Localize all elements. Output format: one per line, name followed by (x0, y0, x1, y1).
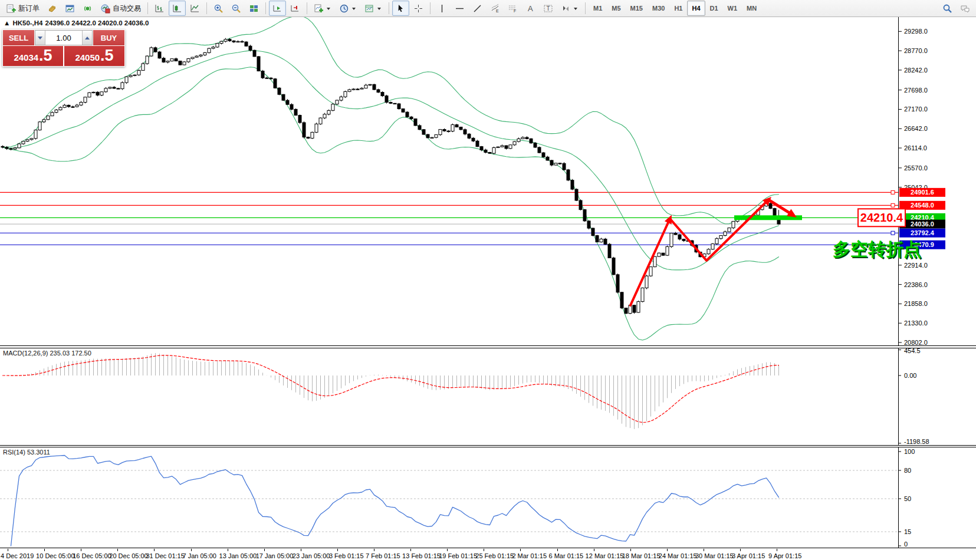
channel-tool-button[interactable]: E (487, 1, 504, 16)
cursor-tool-button[interactable] (392, 1, 409, 16)
vertical-line-icon (437, 4, 447, 14)
chart-shift-icon (290, 4, 300, 14)
autotrading-label: 自动交易 (113, 4, 141, 14)
templates-icon (364, 4, 374, 14)
one-click-trading-panel: SELL 1.00 BUY 24034.5 24050.5 (2, 29, 125, 67)
time-label: 12 Mar 01:15 (586, 552, 624, 559)
timeframe-h1-button[interactable]: H1 (669, 1, 687, 16)
macd-panel[interactable]: 454.50.00-1198.58 (0, 348, 976, 446)
svg-text:15: 15 (904, 528, 911, 535)
buy-price[interactable]: 24050.5 (64, 46, 124, 66)
autotrading-button[interactable]: 自动交易 (97, 1, 144, 16)
time-tick (630, 549, 631, 551)
zoom-out-button[interactable] (228, 1, 245, 16)
timeframe-h4-button[interactable]: H4 (687, 1, 705, 16)
timeframe-mn-button[interactable]: MN (742, 1, 761, 16)
arrows-tool-icon (561, 4, 571, 14)
periods-button[interactable] (336, 1, 360, 16)
autotrading-icon (100, 4, 110, 14)
time-tick (154, 549, 155, 551)
volume-decrease-button[interactable] (35, 31, 45, 45)
horizontal-line-icon (455, 4, 465, 14)
trendline-tool-button[interactable] (469, 1, 486, 16)
triangle-down-icon (38, 37, 42, 39)
line-chart-icon (190, 4, 200, 14)
text-label-tool-button[interactable]: T (540, 1, 557, 16)
signals-button[interactable] (79, 1, 96, 16)
time-tick (484, 549, 484, 551)
metaeditor-button[interactable] (44, 1, 61, 16)
time-label: 13 Feb 01:15 (402, 552, 441, 559)
chat-button[interactable] (957, 1, 974, 16)
sell-price[interactable]: 24034.5 (3, 46, 63, 66)
volume-input[interactable]: 1.00 (45, 31, 82, 45)
dropdown-arrow-icon (573, 4, 579, 14)
arrows-tool-button[interactable] (557, 1, 582, 16)
text-tool-button[interactable]: A (522, 1, 539, 16)
templates-button[interactable] (361, 1, 386, 16)
svg-text:454.5: 454.5 (904, 348, 921, 354)
search-button[interactable] (939, 1, 956, 16)
tile-windows-button[interactable] (245, 1, 262, 16)
main-chart-panel[interactable]: 29298.028770.028242.027698.027170.026642… (0, 17, 976, 346)
svg-text:28770.0: 28770.0 (904, 47, 928, 54)
new-order-label: 新订单 (18, 4, 40, 14)
chart-shift-button[interactable] (287, 1, 304, 16)
chart-window-button[interactable] (61, 1, 78, 16)
time-tick (8, 549, 8, 551)
time-label: 10 Dec 05:00 (36, 552, 74, 559)
channel-tool-icon: E (490, 4, 500, 14)
rsi-panel[interactable]: 1008050150 (0, 447, 976, 548)
sell-button[interactable]: SELL (3, 30, 34, 45)
time-label: 25 Feb 01:15 (475, 552, 514, 559)
trendline-icon (472, 4, 482, 14)
candlestick-chart-button[interactable] (169, 1, 186, 16)
one-click-toggle-icon[interactable]: ▲ (4, 19, 10, 27)
indicators-icon (314, 4, 324, 14)
bar-chart-button[interactable] (151, 1, 168, 16)
time-tick (117, 549, 118, 551)
auto-scroll-button[interactable] (269, 1, 286, 16)
timeframe-m30-button[interactable]: M30 (648, 1, 669, 16)
time-label: 9 Apr 01:15 (768, 552, 801, 559)
volume-stepper: 1.00 (35, 30, 93, 45)
volume-increase-button[interactable] (82, 31, 92, 45)
toolbar: 新订单 自动交易 (0, 0, 976, 17)
horizontal-line-tool-button[interactable] (451, 1, 468, 16)
vertical-line-tool-button[interactable] (433, 1, 451, 16)
timeframe-w1-button[interactable]: W1 (723, 1, 742, 16)
svg-text:26114.0: 26114.0 (904, 144, 927, 151)
zoom-in-button[interactable] (210, 1, 227, 16)
toolbar-separator (585, 2, 586, 14)
svg-text:24901.6: 24901.6 (911, 189, 934, 196)
time-label: 13 Jan 05:00 (219, 552, 257, 559)
metaeditor-icon (47, 4, 57, 14)
indicators-button[interactable] (310, 1, 335, 16)
svg-text:100: 100 (904, 448, 915, 455)
time-label: 4 Dec 2019 (1, 552, 34, 559)
sell-price-frac: .5 (39, 48, 52, 63)
fibonacci-tool-button[interactable]: F (504, 1, 521, 16)
timeframe-m1-button[interactable]: M1 (589, 1, 607, 16)
svg-text:0.00: 0.00 (904, 372, 916, 379)
svg-text:-1198.58: -1198.58 (904, 438, 929, 445)
chart-symbol-label: ▲HK50-,H424396.0 24422.0 24020.0 24036.0 (4, 19, 151, 27)
toolbar-separator (147, 2, 148, 14)
time-label: 7 Jan 05:00 (183, 552, 217, 559)
buy-button[interactable]: BUY (93, 30, 124, 45)
timeframe-d1-button[interactable]: D1 (705, 1, 723, 16)
crosshair-tool-button[interactable] (410, 1, 427, 16)
time-tick (740, 549, 741, 551)
svg-text:F: F (514, 9, 516, 13)
svg-text:T: T (547, 5, 550, 12)
timeframe-m5-button[interactable]: M5 (607, 1, 625, 16)
time-tick (410, 549, 411, 551)
svg-text:多空转折点: 多空转折点 (833, 239, 921, 259)
timeframe-m15-button[interactable]: M15 (626, 1, 648, 16)
time-tick (337, 549, 338, 551)
new-order-button[interactable]: 新订单 (2, 1, 43, 16)
time-label: 31 Dec 01:15 (146, 552, 184, 559)
dropdown-arrow-icon (377, 4, 382, 14)
line-chart-button[interactable] (186, 1, 203, 16)
time-axis[interactable]: 4 Dec 201910 Dec 05:0016 Dec 05:0020 Dec… (0, 549, 976, 560)
